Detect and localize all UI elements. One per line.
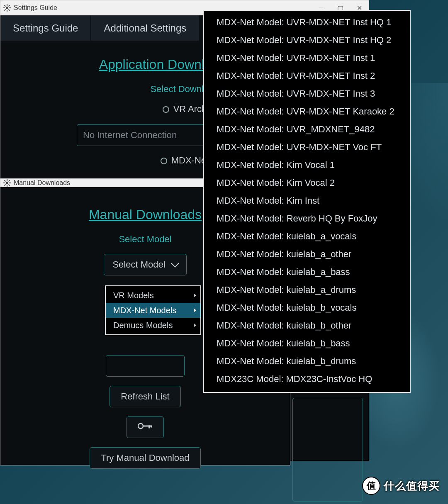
model-submenu-item[interactable]: MDX-Net Model: kuielab_b_other <box>204 317 410 334</box>
submenu-arrow-icon <box>194 308 196 312</box>
model-submenu-item[interactable]: MDX-Net Model: kuielab_b_vocals <box>204 299 410 317</box>
svg-line-8 <box>9 5 10 7</box>
model-submenu-item[interactable]: MDX-Net Model: UVR-MDX-NET Inst 1 <box>204 49 410 67</box>
svg-line-6 <box>9 10 10 11</box>
model-submenu-item[interactable]: MDX23C Model: MDX23C-InstVoc HQ <box>204 370 410 388</box>
model-submenu-item[interactable]: MDX-Net Model: kuielab_a_vocals <box>204 227 410 245</box>
svg-line-7 <box>5 10 6 11</box>
key-icon <box>137 422 153 433</box>
svg-rect-21 <box>151 426 152 428</box>
try-manual-download-button[interactable]: Try Manual Download <box>90 447 200 469</box>
svg-point-18 <box>138 424 143 429</box>
model-submenu-item[interactable]: MDX-Net Model: kuielab_b_drums <box>204 352 410 370</box>
tab-additional-settings[interactable]: Additional Settings <box>91 15 199 41</box>
model-submenu-item[interactable]: MDX-Net Model: Reverb HQ By FoxJoy <box>204 209 410 227</box>
mdx-model-submenu: MDX-Net Model: UVR-MDX-NET Inst HQ 1MDX-… <box>203 10 411 393</box>
model-submenu-item[interactable]: MDX-Net Model: UVR_MDXNET_9482 <box>204 120 410 138</box>
model-submenu-item[interactable]: MDX-Net Model: UVR-MDX-NET Karaoke 2 <box>204 102 410 120</box>
model-submenu-item[interactable]: MDX-Net Model: UVR-MDX-NET Inst 2 <box>204 67 410 85</box>
svg-point-9 <box>6 182 8 184</box>
tab-settings-guide[interactable]: Settings Guide <box>0 15 90 41</box>
svg-line-17 <box>9 180 10 182</box>
radio-icon <box>161 158 167 164</box>
output-panel <box>292 398 363 502</box>
model-submenu-item[interactable]: MDX-Net Model: UVR-MDX-NET Inst HQ 2 <box>204 31 410 49</box>
svg-line-15 <box>9 185 10 186</box>
select-model-dropdown[interactable]: Select Model <box>104 254 187 275</box>
model-category-menu: VR Models MDX-Net Models Demucs Models <box>105 285 201 335</box>
watermark-text: 什么值得买 <box>384 479 440 493</box>
model-submenu-item[interactable]: MDX-Net Model: Kim Vocal 2 <box>204 174 410 192</box>
refresh-list-button[interactable]: Refresh List <box>110 386 180 407</box>
model-path-field[interactable] <box>106 355 185 377</box>
watermark-badge: 值 什么值得买 <box>362 477 440 495</box>
model-submenu-item[interactable]: MDX-Net Model: kuielab_b_bass <box>204 334 410 352</box>
model-submenu-item[interactable]: MDX-Net Model: UVR-MDX-NET Voc FT <box>204 138 410 156</box>
model-submenu-item[interactable]: MDX-Net Model: Kim Vocal 1 <box>204 156 410 174</box>
model-submenu-item[interactable]: MDX-Net Model: Kim Inst <box>204 192 410 209</box>
submenu-arrow-icon <box>194 323 196 327</box>
model-submenu-item[interactable]: MDX-Net Model: UVR-MDX-NET Inst HQ 1 <box>204 13 410 31</box>
settings-title: Settings Guide <box>14 4 57 12</box>
submenu-arrow-icon <box>194 293 196 297</box>
menu-item-mdx-net-models[interactable]: MDX-Net Models <box>106 303 200 318</box>
svg-line-16 <box>5 185 6 186</box>
model-submenu-item[interactable]: MDX-Net Model: UVR-MDX-NET Inst 3 <box>204 85 410 102</box>
radio-icon <box>163 106 169 113</box>
menu-item-vr-models[interactable]: VR Models <box>106 288 200 303</box>
model-submenu-item[interactable]: MDX-Net Model: kuielab_a_other <box>204 245 410 263</box>
menu-item-demucs-models[interactable]: Demucs Models <box>106 318 200 333</box>
model-submenu-item[interactable]: MDX-Net Model: kuielab_a_drums <box>204 281 410 299</box>
app-icon <box>3 4 11 12</box>
model-submenu-item[interactable]: MDX-Net Model: kuielab_a_bass <box>204 263 410 281</box>
vip-key-button[interactable] <box>127 416 164 438</box>
manual-title: Manual Downloads <box>14 179 70 187</box>
svg-line-14 <box>5 180 6 182</box>
svg-point-0 <box>6 7 8 9</box>
svg-line-5 <box>5 5 6 7</box>
app-icon <box>3 179 11 187</box>
watermark-icon: 值 <box>362 477 380 495</box>
svg-rect-20 <box>149 426 150 429</box>
chevron-down-icon <box>171 259 179 268</box>
